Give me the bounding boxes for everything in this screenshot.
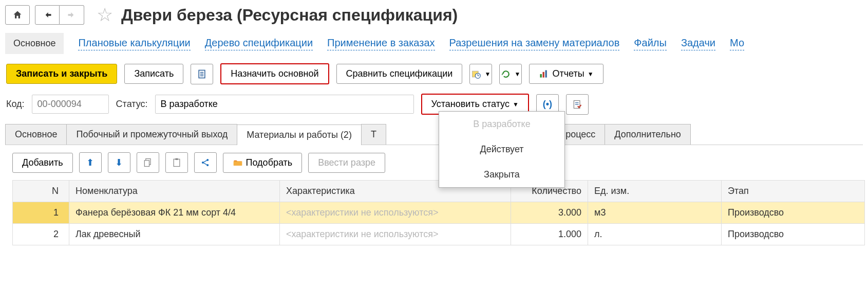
cell-qty: 3.000 bbox=[511, 202, 588, 224]
enter-permission-button[interactable]: Ввести разре bbox=[308, 153, 385, 173]
cell-stage: Производсво bbox=[722, 224, 865, 245]
pick-label: Подобрать bbox=[246, 157, 293, 168]
tab-files[interactable]: Файлы bbox=[634, 37, 667, 50]
forward-button[interactable] bbox=[60, 5, 84, 25]
back-button[interactable] bbox=[35, 5, 60, 25]
svg-line-21 bbox=[203, 161, 206, 162]
schedule-dropdown[interactable]: ▼ bbox=[469, 64, 492, 84]
table-row[interactable]: 1 Фанера берёзовая ФК 21 мм сорт 4/4 <ха… bbox=[13, 202, 865, 224]
cell-qty: 1.000 bbox=[511, 224, 588, 245]
copy-icon bbox=[143, 157, 153, 168]
refresh-icon bbox=[501, 69, 511, 79]
chart-icon bbox=[539, 69, 549, 79]
move-up-button[interactable]: ⬆ bbox=[79, 152, 102, 173]
svg-rect-8 bbox=[540, 74, 542, 78]
status-option-active[interactable]: Действует bbox=[439, 137, 564, 162]
document-button[interactable] bbox=[191, 64, 213, 84]
col-n[interactable]: N bbox=[13, 181, 69, 202]
cell-nom: Лак древесный bbox=[69, 224, 280, 245]
materials-table: N Номенклатура Характеристика Количество… bbox=[12, 180, 865, 245]
svg-rect-9 bbox=[543, 72, 544, 77]
tab-main[interactable]: Основное bbox=[5, 33, 64, 54]
subtab-main[interactable]: Основное bbox=[5, 124, 67, 145]
home-button[interactable] bbox=[5, 5, 30, 25]
clipboard-icon bbox=[172, 157, 182, 168]
save-button[interactable]: Записать bbox=[124, 64, 183, 84]
checklist-icon bbox=[572, 99, 582, 110]
svg-rect-15 bbox=[144, 161, 149, 167]
document-icon bbox=[197, 69, 207, 79]
move-down-button[interactable]: ⬇ bbox=[108, 152, 130, 173]
status-option-in-dev[interactable]: В разработке bbox=[439, 112, 564, 137]
star-icon[interactable]: ☆ bbox=[97, 4, 113, 26]
arrow-left-icon bbox=[42, 10, 52, 20]
svg-line-22 bbox=[203, 163, 206, 165]
home-icon bbox=[12, 10, 23, 20]
paste-button[interactable] bbox=[165, 152, 188, 173]
tab-plan-calc[interactable]: Плановые калькуляции bbox=[78, 37, 190, 50]
calendar-clock-icon bbox=[471, 69, 481, 79]
page-title: Двери береза (Ресурсная спецификация) bbox=[121, 6, 458, 25]
svg-rect-16 bbox=[174, 159, 180, 166]
cell-nom: Фанера берёзовая ФК 21 мм сорт 4/4 bbox=[69, 202, 280, 224]
cell-n: 2 bbox=[13, 224, 69, 245]
cell-char: <характеристики не используются> bbox=[280, 224, 511, 245]
code-input[interactable] bbox=[32, 95, 109, 114]
section-tabs: Основное Плановые калькуляции Дерево спе… bbox=[0, 28, 868, 59]
share-button[interactable] bbox=[194, 152, 217, 173]
svg-rect-23 bbox=[233, 162, 242, 166]
chevron-down-icon: ▼ bbox=[513, 101, 519, 108]
compare-button[interactable]: Сравнить спецификации bbox=[336, 64, 463, 84]
arrow-right-icon bbox=[67, 10, 77, 20]
col-unit[interactable]: Ед. изм. bbox=[588, 181, 722, 202]
save-close-button[interactable]: Записать и закрыть bbox=[6, 64, 117, 84]
subtab-materials[interactable]: Материалы и работы (2) bbox=[237, 124, 362, 145]
tab-usage[interactable]: Применение в заказах bbox=[327, 37, 435, 50]
arrow-down-icon: ⬇ bbox=[115, 157, 123, 168]
svg-rect-10 bbox=[545, 70, 547, 77]
materials-toolbar: Добавить ⬆ ⬇ Подобрать Ввести разре bbox=[0, 145, 868, 180]
cell-unit: м3 bbox=[588, 202, 722, 224]
set-status-label: Установить статус bbox=[431, 99, 510, 110]
table-row[interactable]: 2 Лак древесный <характеристики не испол… bbox=[13, 224, 865, 245]
cell-char: <характеристики не используются> bbox=[280, 202, 511, 224]
main-toolbar: Записать и закрыть Записать Назначить ос… bbox=[0, 59, 868, 88]
cell-n: 1 bbox=[13, 202, 69, 224]
chevron-down-icon: ▼ bbox=[588, 70, 594, 78]
status-input[interactable] bbox=[155, 95, 414, 114]
arrow-up-icon: ⬆ bbox=[86, 157, 94, 168]
refresh-dropdown[interactable]: ▼ bbox=[499, 64, 522, 84]
subtab-t-stub[interactable]: Т bbox=[361, 124, 386, 145]
status-row: Код: Статус: Установить статус ▼ (•) В р… bbox=[0, 88, 868, 120]
tab-tasks[interactable]: Задачи bbox=[681, 37, 715, 50]
cell-unit: л. bbox=[588, 224, 722, 245]
code-label: Код: bbox=[6, 99, 25, 110]
checklist-button[interactable] bbox=[566, 94, 589, 115]
add-button[interactable]: Добавить bbox=[12, 153, 73, 173]
status-option-closed[interactable]: Закрыта bbox=[439, 162, 564, 187]
signal-icon: (•) bbox=[543, 99, 552, 110]
subtab-byproduct[interactable]: Побочный и промежуточный выход bbox=[66, 124, 237, 145]
reports-dropdown[interactable]: Отчеты ▼ bbox=[529, 64, 603, 84]
tab-replace-perm[interactable]: Разрешения на замену материалов bbox=[449, 37, 620, 50]
spec-subtabs: Основное Побочный и промежуточный выход … bbox=[5, 124, 863, 145]
set-main-button[interactable]: Назначить основной bbox=[220, 63, 329, 84]
svg-point-18 bbox=[201, 162, 203, 164]
share-icon bbox=[200, 157, 211, 168]
svg-point-20 bbox=[206, 164, 209, 166]
tab-spec-tree[interactable]: Дерево спецификации bbox=[205, 37, 313, 50]
status-label: Статус: bbox=[116, 99, 148, 110]
chevron-down-icon: ▼ bbox=[514, 70, 520, 78]
status-dropdown: В разработке Действует Закрыта bbox=[439, 111, 565, 188]
cell-stage: Производсво bbox=[722, 202, 865, 224]
copy-button[interactable] bbox=[137, 152, 159, 173]
col-stage[interactable]: Этап bbox=[722, 181, 865, 202]
svg-rect-17 bbox=[175, 158, 178, 160]
svg-point-19 bbox=[206, 159, 209, 161]
reports-label: Отчеты bbox=[552, 68, 584, 79]
col-nom[interactable]: Номенклатура bbox=[69, 181, 280, 202]
tab-more-cut[interactable]: Мо bbox=[730, 37, 744, 50]
pick-button[interactable]: Подобрать bbox=[223, 153, 303, 173]
folder-pick-icon bbox=[233, 157, 243, 168]
subtab-extra[interactable]: Дополнительно bbox=[605, 124, 691, 145]
